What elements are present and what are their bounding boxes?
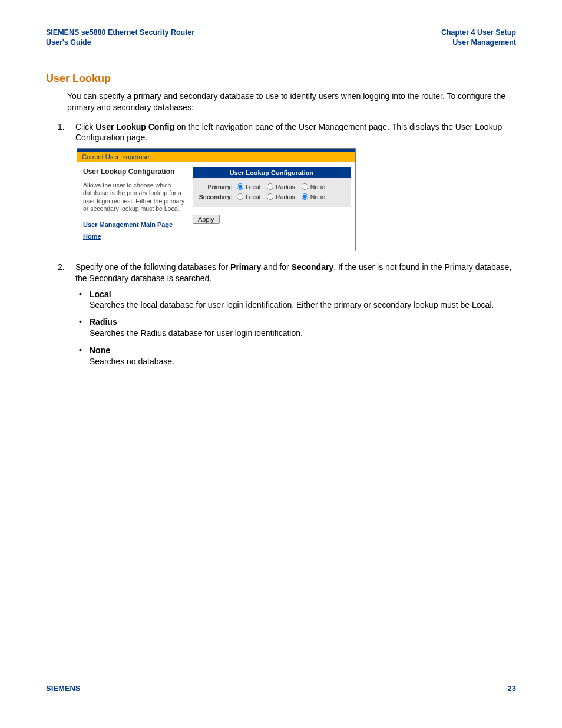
secondary-row: Secondary: Local Radius None: [196, 193, 347, 200]
step-2-bold2: Secondary: [292, 262, 334, 272]
step-2: 2. Specify one of the following database…: [46, 262, 516, 284]
secondary-local-radio[interactable]: [237, 193, 243, 200]
screenshot-right-pane: User Lookup Configuration Primary: Local…: [193, 162, 355, 251]
link-home[interactable]: Home: [83, 233, 188, 240]
bullet-none-desc: Searches no database.: [90, 357, 174, 366]
bullet-radius-desc: Searches the Radius database for user lo…: [90, 328, 303, 338]
step-2-bold1: Primary: [230, 262, 261, 272]
footer-rule: [46, 681, 516, 681]
secondary-local-text: Local: [246, 193, 260, 200]
bullet-dot: •: [79, 345, 90, 367]
primary-radius-radio[interactable]: [267, 183, 273, 190]
intro-paragraph: You can specify a primary and secondary …: [67, 91, 516, 113]
header-guide: User's Guide: [46, 38, 194, 48]
secondary-none-radio[interactable]: [302, 193, 308, 200]
secondary-none-option[interactable]: None: [301, 193, 325, 200]
step-1-text: Click User Lookup Config on the left nav…: [75, 121, 516, 144]
footer-page-number: 23: [508, 684, 516, 693]
primary-local-text: Local: [246, 183, 260, 190]
step-2-text: Specify one of the following databases f…: [75, 262, 516, 284]
left-pane-description: Allows the user to choose which database…: [83, 182, 188, 213]
primary-none-radio[interactable]: [302, 183, 308, 190]
secondary-radius-option[interactable]: Radius: [266, 193, 295, 200]
header-section: User Management: [441, 38, 516, 48]
bullet-radius: • Radius Searches the Radius database fo…: [79, 317, 516, 339]
page-footer: SIEMENS 23: [46, 681, 516, 693]
link-user-management-main[interactable]: User Management Main Page: [83, 221, 188, 228]
header-product: SIEMENS se5880 Ethernet Security Router: [46, 28, 194, 38]
bullet-none-title: None: [90, 345, 110, 355]
primary-label: Primary:: [196, 183, 236, 190]
embedded-screenshot: Current User: superuser User Lookup Conf…: [77, 148, 356, 251]
secondary-none-text: None: [310, 193, 325, 200]
header-chapter: Chapter 4 User Setup: [441, 28, 516, 38]
primary-row: Primary: Local Radius None: [196, 183, 347, 190]
primary-none-text: None: [310, 183, 325, 190]
step-2-pre: Specify one of the following databases f…: [75, 262, 230, 272]
current-user-bar: Current User: superuser: [77, 152, 355, 162]
config-panel-title: User Lookup Configuration: [193, 167, 351, 178]
primary-local-radio[interactable]: [237, 183, 243, 190]
secondary-local-option[interactable]: Local: [236, 193, 260, 200]
apply-button[interactable]: Apply: [193, 215, 220, 224]
screenshot-left-pane: User Lookup Configuration Allows the use…: [77, 162, 193, 251]
page-header: SIEMENS se5880 Ethernet Security Router …: [46, 28, 516, 48]
left-pane-title: User Lookup Configuration: [83, 167, 188, 176]
step-1-number: 1.: [58, 121, 75, 144]
bullet-local-desc: Searches the local database for user log…: [90, 300, 494, 309]
secondary-radius-radio[interactable]: [267, 193, 273, 200]
step-1: 1. Click User Lookup Config on the left …: [46, 121, 516, 144]
bullet-none: • None Searches no database.: [79, 345, 516, 367]
header-rule: [46, 25, 516, 25]
primary-local-option[interactable]: Local: [236, 183, 260, 190]
secondary-label: Secondary:: [196, 193, 236, 200]
step-1-pre: Click: [75, 122, 95, 131]
step-2-number: 2.: [58, 262, 75, 284]
secondary-radius-text: Radius: [276, 193, 295, 200]
bullet-dot: •: [79, 289, 90, 311]
bullet-dot: •: [79, 317, 90, 339]
section-title: User Lookup: [46, 73, 516, 85]
primary-none-option[interactable]: None: [301, 183, 325, 190]
step-2-mid: and for: [261, 262, 291, 272]
config-panel-body: Primary: Local Radius None Secondary: Lo…: [193, 178, 351, 207]
bullet-radius-title: Radius: [90, 317, 117, 327]
bullet-local-title: Local: [90, 289, 111, 299]
step-1-bold: User Lookup Config: [95, 122, 174, 131]
primary-radius-text: Radius: [276, 183, 295, 190]
bullet-local: • Local Searches the local database for …: [79, 289, 516, 311]
footer-brand: SIEMENS: [46, 684, 81, 693]
primary-radius-option[interactable]: Radius: [266, 183, 295, 190]
